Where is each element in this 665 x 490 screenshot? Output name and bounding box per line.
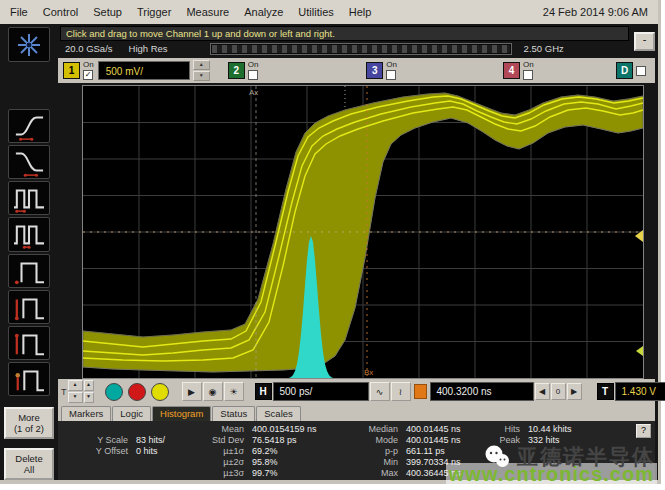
tab-histogram[interactable]: Histogram [152, 406, 211, 421]
datetime: 24 Feb 2014 9:06 AM [543, 6, 648, 18]
stats-column-yscale: Y Scale83 hits/Y Offset0 hits [88, 424, 198, 480]
sample-rate: 20.0 GSa/s [65, 43, 113, 54]
bandwidth: 2.50 GHz [524, 43, 564, 54]
stop-button[interactable] [128, 383, 146, 401]
delay-display[interactable]: 400.3200 ns [430, 382, 534, 401]
toolbar-t-label: T [61, 387, 67, 397]
menu-utilities[interactable]: Utilities [298, 6, 333, 18]
stat-row: Median400.01445 ns [356, 424, 494, 435]
falling-edge-icon[interactable] [8, 145, 50, 179]
channel-1-on-label: On [83, 61, 94, 69]
stats-column-mean: Mean400.0154159 nsStd Dev76.5418 psµ±1σ6… [198, 424, 356, 480]
trigger-badge: T [597, 383, 614, 400]
menu-bar: FileControlSetupTriggerMeasureAnalyzeUti… [0, 0, 658, 24]
hscale-zoom-in-button[interactable]: ≀ [391, 382, 411, 401]
clear-display-button[interactable]: ◉ [203, 382, 223, 401]
tab-status[interactable]: Status [212, 406, 255, 421]
fine-down-button[interactable]: ▼ [84, 392, 94, 403]
delete-label: Delete [6, 453, 52, 464]
help-button[interactable]: ? [636, 424, 651, 438]
timebase-display[interactable]: 500 ps/ [273, 382, 369, 401]
channel-2-badge[interactable]: 2 [228, 62, 245, 79]
channel-4-on-checkbox[interactable] [523, 70, 533, 80]
channel-4-badge[interactable]: 4 [503, 62, 520, 79]
horizontal-trigger-toolbar: T ▲ ▼ ▲ ▼ ▶ ◉ ☀ H 500 p [58, 379, 655, 404]
edge-marker-icon-3[interactable] [8, 326, 50, 360]
oscilloscope-window: FileControlSetupTriggerMeasureAnalyzeUti… [0, 0, 661, 484]
more-sub: (1 of 2) [6, 423, 52, 434]
digital-channels-badge[interactable]: D [616, 62, 633, 79]
delay-zero-button[interactable]: 0 [551, 383, 566, 400]
hscale-zoom-out-button[interactable]: ∿ [370, 382, 390, 401]
menu-help[interactable]: Help [349, 6, 372, 18]
tab-logic[interactable]: Logic [112, 406, 151, 421]
channel-1-on-checkbox[interactable]: ✓ [83, 70, 93, 80]
stat-row: µ±3σ99.7% [198, 468, 356, 479]
channel-1-scale-up-button[interactable]: ▲ [193, 60, 210, 70]
digital-on-checkbox[interactable] [636, 66, 646, 76]
svg-text:Bx: Bx [364, 368, 373, 377]
menu-analyze[interactable]: Analyze [244, 6, 283, 18]
position-up-button[interactable]: ▲ [68, 380, 83, 391]
stat-row: Std Dev76.5418 ps [198, 435, 356, 446]
menu-measure[interactable]: Measure [186, 6, 229, 18]
channel-bar: 1 On ✓ 500 mV/ ▲ ▼ 2 On [58, 58, 655, 83]
position-spinners: ▲ ▼ ▲ ▼ [68, 380, 94, 403]
stat-row: Mode400.01445 ns [356, 435, 494, 446]
pulse-width-neg-icon[interactable] [8, 217, 50, 251]
tab-scales[interactable]: Scales [256, 406, 301, 421]
channel-4-on-label: On [523, 61, 534, 69]
horizontal-badge: H [255, 383, 272, 400]
waveform-plot: AxBx [83, 86, 643, 378]
edge-marker-icon-2[interactable] [8, 290, 50, 324]
stat-row: Mean400.0154159 ns [198, 424, 356, 435]
delay-right-button[interactable]: ▶ [567, 383, 582, 400]
touch-tool-button[interactable]: ▶ [182, 382, 202, 401]
delay-left-button[interactable]: ◀ [535, 383, 550, 400]
stat-row: µ±1σ69.2% [198, 446, 356, 457]
intensity-button[interactable]: ☀ [224, 382, 244, 401]
minimize-button[interactable]: - [634, 32, 655, 51]
edge-marker-icon-1[interactable] [8, 254, 50, 288]
more-button[interactable]: More (1 of 2) [4, 407, 54, 439]
stat-row: Y Scale83 hits/ [88, 435, 198, 446]
fine-up-button[interactable]: ▲ [84, 380, 94, 391]
stat-row: Y Offset0 hits [88, 446, 198, 457]
menu-setup[interactable]: Setup [93, 6, 122, 18]
channel-3-on-label: On [386, 61, 397, 69]
delete-all-button[interactable]: Delete All [4, 448, 54, 480]
run-button[interactable] [105, 383, 123, 401]
bottom-tabs: MarkersLogicHistogramStatusScales [58, 404, 655, 421]
trigger-source-swatch[interactable] [414, 384, 427, 399]
status-area: Click and drag to move Channel 1 up and … [58, 24, 658, 56]
watermark-cn-text: 亚德诺半导体 [517, 443, 655, 471]
channel-1-scale-down-button[interactable]: ▼ [193, 71, 210, 81]
stat-row: p-p661.11 ps [356, 446, 494, 457]
trigger-level-display[interactable]: 1.430 V [615, 382, 665, 401]
acq-mode: High Res [129, 43, 168, 54]
menu-file[interactable]: File [10, 6, 28, 18]
pulse-width-pos-icon[interactable] [8, 181, 50, 215]
tab-markers[interactable]: Markers [61, 406, 111, 421]
single-button[interactable] [151, 383, 169, 401]
channel-2-on-checkbox[interactable] [248, 70, 258, 80]
acquisition-status: 20.0 GSa/s High Res 2.50 GHz [60, 41, 629, 56]
wechat-icon [484, 445, 510, 469]
channel-3-on-checkbox[interactable] [386, 70, 396, 80]
edge-marker-icon-4[interactable] [8, 362, 50, 396]
channel-1-scale-display[interactable]: 500 mV/ [98, 61, 190, 80]
menu-control[interactable]: Control [43, 6, 78, 18]
channel-3-badge[interactable]: 3 [366, 62, 383, 79]
position-down-button[interactable]: ▼ [68, 392, 83, 403]
rising-edge-icon[interactable] [8, 109, 50, 143]
stat-row: µ±2σ95.8% [198, 457, 356, 468]
autoscale-icon[interactable] [8, 27, 50, 62]
channel-1-badge[interactable]: 1 [63, 62, 80, 79]
hint-text: Click and drag to move Channel 1 up and … [60, 26, 629, 41]
sidebar: More (1 of 2) Delete All [0, 24, 58, 480]
waveform-graticule[interactable]: AxBx [82, 85, 644, 379]
channel-2-on-label: On [248, 61, 259, 69]
more-label: More [6, 412, 52, 423]
menu-trigger[interactable]: Trigger [137, 6, 171, 18]
delete-sub: All [6, 464, 52, 475]
